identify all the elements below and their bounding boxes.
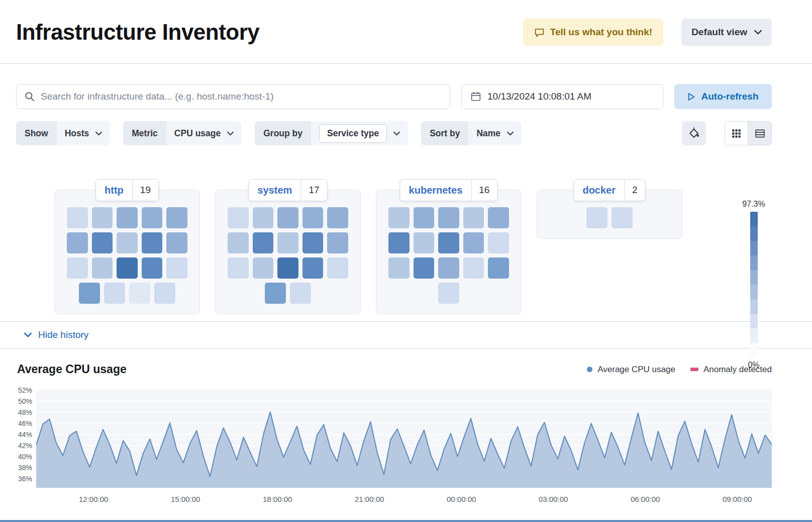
waffle-groups: http19system17kubernetes16docker2	[8, 190, 729, 314]
group-label-badge[interactable]: system17	[248, 179, 327, 201]
y-axis-tick: 36%	[18, 475, 32, 483]
host-node[interactable]	[290, 283, 311, 304]
host-node[interactable]	[228, 232, 249, 253]
host-node[interactable]	[166, 257, 187, 279]
x-axis-tick: 15:00:00	[171, 495, 200, 503]
host-node[interactable]	[117, 207, 138, 228]
host-node[interactable]	[142, 257, 163, 279]
host-node[interactable]	[228, 257, 249, 279]
chevron-down-icon	[507, 131, 514, 136]
host-node[interactable]	[438, 232, 459, 253]
host-node[interactable]	[302, 207, 324, 228]
host-node[interactable]	[92, 232, 113, 253]
host-node[interactable]	[166, 232, 187, 253]
host-node[interactable]	[228, 207, 249, 228]
host-node[interactable]	[302, 257, 324, 279]
host-node[interactable]	[302, 232, 324, 253]
host-node[interactable]	[129, 283, 150, 304]
group-name[interactable]: http	[96, 185, 132, 196]
sort-by-filter-value: Name	[476, 128, 500, 139]
view-selector-label: Default view	[691, 27, 747, 38]
group-name[interactable]: docker	[574, 185, 624, 196]
host-node[interactable]	[488, 257, 509, 279]
legend-item[interactable]: Average CPU usage	[587, 365, 675, 375]
host-node[interactable]	[327, 257, 348, 279]
host-node[interactable]	[166, 207, 187, 228]
legend-gradient-bar[interactable]	[750, 212, 758, 358]
group-by-filter-value[interactable]: Service type	[319, 124, 387, 143]
host-node[interactable]	[414, 257, 435, 279]
host-node[interactable]	[154, 283, 175, 304]
host-node[interactable]	[92, 257, 113, 279]
show-filter[interactable]: Show Hosts	[16, 121, 110, 145]
host-node[interactable]	[117, 232, 138, 253]
chevron-down-icon	[754, 30, 762, 35]
y-axis-tick: 38%	[18, 464, 32, 472]
metric-filter-label: Metric	[123, 121, 166, 145]
host-node[interactable]	[438, 283, 459, 304]
host-node[interactable]	[92, 207, 113, 228]
auto-refresh-button[interactable]: Auto-refresh	[674, 84, 772, 109]
group-name[interactable]: system	[249, 185, 300, 196]
chart-plot[interactable]	[36, 389, 772, 488]
y-axis-tick: 50%	[18, 397, 32, 405]
history-toggle[interactable]: Hide history	[0, 321, 812, 349]
host-node[interactable]	[388, 232, 410, 253]
group-label-badge[interactable]: kubernetes16	[400, 179, 498, 201]
host-node[interactable]	[277, 257, 298, 279]
legend-rect-swatch	[690, 368, 698, 371]
search-input[interactable]	[41, 91, 442, 102]
host-node[interactable]	[277, 207, 298, 228]
host-node[interactable]	[463, 257, 484, 279]
grid-view-button[interactable]	[725, 122, 748, 145]
host-node[interactable]	[463, 232, 484, 253]
x-axis-tick: 21:00:00	[355, 495, 384, 503]
view-selector-button[interactable]: Default view	[681, 19, 772, 46]
host-node[interactable]	[488, 207, 509, 228]
host-node[interactable]	[117, 257, 138, 279]
search-box	[16, 84, 450, 109]
sort-by-filter[interactable]: Sort by Name	[421, 121, 522, 145]
view-options	[682, 121, 772, 145]
host-node[interactable]	[612, 207, 633, 228]
legend-item[interactable]: Anomaly detected	[690, 365, 772, 375]
x-axis-tick: 03:00:00	[539, 495, 568, 503]
host-node[interactable]	[414, 207, 435, 228]
host-node[interactable]	[438, 207, 459, 228]
host-node[interactable]	[488, 232, 509, 253]
view-mode-toggle	[725, 121, 772, 145]
group-name[interactable]: kubernetes	[400, 185, 471, 196]
table-view-button[interactable]	[748, 122, 771, 145]
cpu-area-chart	[36, 389, 772, 488]
host-node[interactable]	[265, 283, 286, 304]
host-node[interactable]	[104, 283, 125, 304]
host-node[interactable]	[438, 257, 459, 279]
host-node[interactable]	[253, 232, 274, 253]
group-label-badge[interactable]: docker2	[573, 179, 645, 201]
host-node[interactable]	[327, 207, 348, 228]
host-node[interactable]	[253, 207, 274, 228]
host-node[interactable]	[327, 232, 348, 253]
host-node[interactable]	[277, 232, 298, 253]
search-toolbar: 10/13/2024 10:08:01 AM Auto-refresh	[16, 84, 772, 109]
host-node[interactable]	[79, 283, 100, 304]
metric-filter[interactable]: Metric CPU usage	[123, 121, 242, 145]
host-node[interactable]	[414, 232, 435, 253]
host-node[interactable]	[586, 207, 607, 228]
host-node[interactable]	[67, 257, 88, 279]
host-node[interactable]	[142, 232, 163, 253]
legend-options-button[interactable]	[682, 121, 706, 145]
host-node[interactable]	[388, 257, 410, 279]
host-node[interactable]	[253, 257, 274, 279]
host-node[interactable]	[67, 232, 88, 253]
host-node[interactable]	[388, 207, 410, 228]
host-node[interactable]	[463, 207, 484, 228]
host-node[interactable]	[67, 207, 88, 228]
date-picker[interactable]: 10/13/2024 10:08:01 AM	[461, 84, 663, 109]
waffle-group-kubernetes: kubernetes16	[376, 190, 522, 314]
group-by-filter[interactable]: Group by Service type	[255, 121, 408, 145]
group-label-badge[interactable]: http19	[95, 179, 159, 201]
feedback-button-label: Tell us what you think!	[550, 27, 652, 38]
host-node[interactable]	[142, 207, 163, 228]
feedback-button[interactable]: Tell us what you think!	[523, 19, 663, 46]
